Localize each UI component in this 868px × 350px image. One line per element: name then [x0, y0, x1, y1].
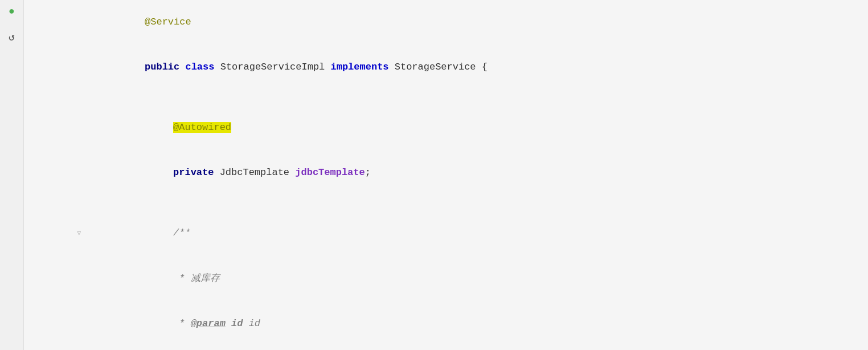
line-content: * 减库存 [84, 256, 868, 301]
code-line [24, 196, 868, 211]
annotation-autowired: @Autowired [173, 122, 231, 133]
code-line: @Autowired [24, 105, 868, 150]
line-left-icons [24, 0, 50, 45]
code-area: @Service public class StorageServiceImpl… [24, 0, 868, 350]
line-markers [50, 105, 84, 150]
line-content: @Service [84, 0, 868, 45]
editor-container: ● ↺ @Service public class StorageService… [0, 0, 868, 350]
code-line [24, 90, 868, 105]
line-left-icons [24, 301, 50, 346]
line-content: public class StorageServiceImpl implemen… [84, 45, 868, 90]
comment-id-text: id [243, 318, 260, 329]
line-markers [50, 301, 84, 346]
keyword-class: class [185, 62, 220, 72]
line-markers [50, 256, 84, 301]
line-markers [50, 0, 84, 45]
code-line: * @param id id [24, 301, 868, 346]
line-markers [50, 150, 84, 196]
comment-param-id: id [231, 318, 243, 329]
left-sidebar: ● ↺ [0, 0, 24, 350]
type-jdbctemplate: JdbcTemplate [220, 167, 296, 178]
keyword-implements: implements [331, 62, 395, 72]
code-line: * @param number number [24, 346, 868, 350]
line-left-icons [24, 90, 50, 105]
comment-open: /** [173, 227, 191, 238]
line-left-icons [24, 256, 50, 301]
comment-reduce-stock: * 减库存 [173, 273, 220, 284]
fold-arrow-icon[interactable]: ▽ [77, 229, 81, 238]
line-left-icons [24, 45, 50, 90]
line-left-icons [24, 211, 50, 256]
comment-space1 [226, 318, 231, 329]
sidebar-circle-icon[interactable]: ● [5, 5, 19, 19]
line-markers [50, 90, 84, 105]
keyword-private: private [173, 167, 220, 178]
code-line: @Service [24, 0, 868, 45]
line-left-icons [24, 150, 50, 196]
semicolon: ; [365, 167, 371, 178]
sidebar-arrow-icon[interactable]: ↺ [5, 31, 19, 46]
code-line: ▽ /** [24, 211, 868, 256]
line-left-icons [24, 105, 50, 150]
annotation-service: @Service [145, 17, 191, 27]
line-left-icons [24, 346, 50, 350]
interface-name: StorageService { [395, 62, 488, 72]
line-markers: ▽ [50, 211, 84, 256]
line-markers [50, 45, 84, 90]
code-line: * 减库存 [24, 256, 868, 301]
line-content: private JdbcTemplate jdbcTemplate; [84, 150, 868, 196]
line-content [84, 90, 868, 105]
class-name: StorageServiceImpl [220, 62, 331, 72]
line-markers [50, 346, 84, 350]
line-content: * @param number number [84, 346, 868, 350]
line-left-icons [24, 196, 50, 211]
line-content: /** [84, 211, 868, 256]
line-content: @Autowired [84, 105, 868, 150]
field-jdbctemplate: jdbcTemplate [295, 167, 365, 178]
line-markers [50, 196, 84, 211]
keyword-public: public [145, 62, 185, 72]
code-line: public class StorageServiceImpl implemen… [24, 45, 868, 90]
comment-param-tag1: @param [191, 318, 226, 329]
code-line: private JdbcTemplate jdbcTemplate; [24, 150, 868, 196]
line-content: * @param id id [84, 301, 868, 346]
comment-star1: * [173, 318, 191, 329]
line-content [84, 196, 868, 211]
code-lines: @Service public class StorageServiceImpl… [24, 0, 868, 350]
